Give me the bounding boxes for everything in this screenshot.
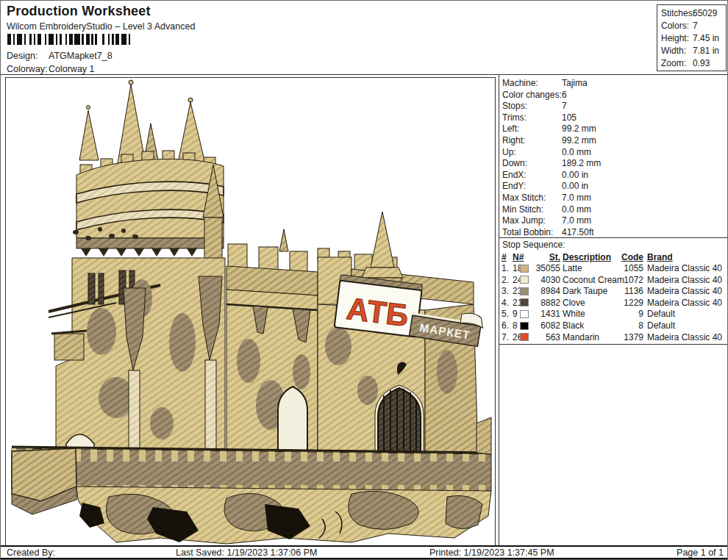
machine-info-row: EndY:0.00 in (499, 181, 727, 192)
row-description: Black (563, 320, 584, 331)
row-description: Clove (563, 298, 585, 308)
production-worksheet-page: Production Worksheet Wilcom EmbroiderySt… (0, 0, 728, 560)
stat-value: 7.81 in (693, 46, 719, 56)
created-by-label: Created By: (7, 548, 55, 558)
atb-sign: АТБ (335, 275, 423, 337)
row-description: White (563, 309, 585, 319)
machine-info-value: 7.0 mm (562, 193, 591, 203)
stat-label: Stitches: (661, 8, 695, 18)
row-brand: Madeira Classic 40 (647, 275, 722, 285)
machine-info-row: Color changes:6 (499, 90, 727, 101)
machine-info-row: EndX:0.00 in (499, 170, 727, 181)
stat-value: 65029 (693, 8, 717, 18)
machine-info-value: 6 (562, 90, 567, 100)
barcode-bar (130, 34, 134, 45)
machine-info-label: Right: (502, 135, 525, 146)
machine-info-row: Total Bobbin:417.50ft (499, 227, 727, 238)
col-num: # (502, 252, 507, 262)
col-st: St. (524, 252, 560, 262)
row-num: 7. (502, 332, 509, 342)
page-number: Page 1 of 1 (677, 548, 724, 558)
stat-row: Width:7.81 in (657, 46, 726, 58)
stop-sequence-row: 7.26563Mandarin1379Madeira Classic 40 (499, 332, 727, 343)
col-description: Description (563, 252, 611, 262)
stat-label: Width: (661, 46, 686, 56)
row-num: 5. (502, 309, 509, 319)
barcode-bar (17, 34, 23, 45)
row-num: 3. (502, 286, 509, 296)
page-title: Production Worksheet (7, 4, 151, 19)
machine-info-row: Max Jump:7.0 mm (499, 215, 727, 226)
machine-info-row: Min Stitch:0.0 mm (499, 204, 727, 215)
machine-info-label: Stops: (502, 101, 527, 111)
design-barcode (7, 34, 135, 45)
row-stitches: 8984 (524, 286, 560, 296)
machine-info-value: 0.0 mm (562, 147, 591, 157)
embroidery-design-castle: АТБ МАРКЕТ (6, 78, 495, 545)
stop-sequence-title: Stop Sequence: (502, 240, 565, 250)
machine-info-label: Color changes: (502, 90, 562, 100)
stop-sequence-row: 6.86082Black8Default (499, 320, 727, 331)
machine-info-label: EndX: (502, 170, 527, 180)
row-stitches: 563 (524, 332, 560, 342)
row-brand: Default (647, 320, 675, 331)
machine-info-label: EndY: (502, 181, 526, 191)
stop-sequence-row: 2.244030Coconut Cream1072Madeira Classic… (499, 275, 727, 286)
row-num: 4. (502, 298, 509, 308)
row-code: 1379 (605, 332, 643, 342)
machine-info-value: 105 (562, 112, 577, 123)
design-label: Design: (7, 51, 49, 61)
machine-info-row: Trims:105 (499, 112, 727, 123)
machine-info-label: Machine: (502, 78, 538, 88)
barcode-bar (74, 34, 80, 45)
row-stitches: 6082 (524, 320, 560, 331)
app-subtitle: Wilcom EmbroideryStudio – Level 3 Advanc… (7, 21, 195, 32)
castle-pinnacle-shaft (204, 218, 222, 262)
design-stats-box: Stitches:65029Colors:7Height:7.45 inWidt… (657, 4, 727, 71)
row-needle: 8 (513, 320, 518, 331)
design-row: Design:ATGMapket7_8 (7, 51, 113, 61)
barcode-bar (121, 34, 127, 45)
machine-info-value: 417.50ft (562, 227, 593, 237)
machine-info-value: 0.00 in (562, 170, 588, 180)
row-brand: Default (647, 309, 675, 319)
stop-sequence-header: # N# St. Description Code Brand (499, 252, 727, 263)
row-num: 6. (502, 320, 509, 331)
section-divider (499, 237, 727, 238)
stat-label: Colors: (661, 21, 689, 31)
machine-info-row: Max Stitch:7.0 mm (499, 193, 727, 204)
row-stitches: 4030 (524, 275, 560, 285)
stat-row: Colors:7 (657, 21, 726, 33)
machine-info-value: 7.0 mm (562, 215, 591, 226)
machine-info-row: Left:99.2 mm (499, 123, 727, 134)
row-needle: 9 (513, 309, 518, 319)
design-value: ATGMapket7_8 (49, 51, 113, 61)
col-n: N# (513, 252, 524, 262)
row-description: Latte (563, 263, 582, 273)
row-brand: Madeira Classic 40 (647, 332, 722, 342)
stat-value: 7 (693, 21, 698, 31)
machine-info-value: 189.2 mm (562, 158, 601, 168)
castle-turret (73, 151, 224, 256)
machine-info-row: Down:189.2 mm (499, 158, 727, 169)
row-code: 1072 (605, 275, 643, 285)
machine-info-label: Total Bobbin: (502, 227, 553, 237)
row-code: 8 (605, 320, 643, 331)
row-stitches: 35055 (524, 263, 560, 273)
printed-label: Printed: 1/19/2023 1:37:45 PM (429, 548, 554, 558)
castle-mid-wall (226, 229, 318, 459)
stop-sequence-row: 4.218882Clove1229Madeira Classic 40 (499, 298, 727, 309)
stat-row: Height:7.45 in (657, 33, 726, 46)
stop-sequence-row: 5.91431White9Default (499, 309, 727, 320)
stop-sequence-row: 1.1835055Latte1055Madeira Classic 40 (499, 263, 727, 274)
machine-info-row: Machine:Tajima (499, 78, 727, 89)
machine-info-label: Up: (502, 147, 516, 157)
design-preview-canvas: АТБ МАРКЕТ (5, 77, 496, 546)
row-description: Mandarin (563, 332, 599, 342)
machine-info-value: 99.2 mm (562, 123, 596, 134)
row-stitches: 8882 (524, 298, 560, 308)
machine-info-label: Left: (502, 123, 519, 134)
machine-info-label: Down: (502, 158, 527, 168)
stat-label: Height: (661, 33, 689, 43)
row-brand: Madeira Classic 40 (647, 298, 722, 308)
